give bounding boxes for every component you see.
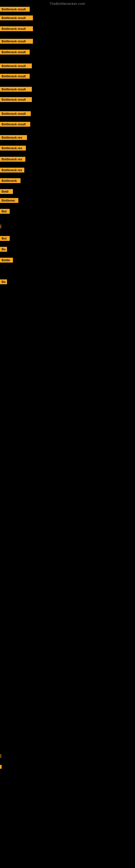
bottleneck-badge-13[interactable]: Bottleneck res: [0, 146, 26, 151]
bottleneck-badge-6[interactable]: Bottleneck result: [0, 63, 32, 68]
bottleneck-badge-5[interactable]: Bottleneck result: [0, 50, 30, 55]
bottleneck-badge-21[interactable]: Bo: [0, 247, 7, 252]
site-title: TheBottlenecker.com: [0, 0, 135, 7]
bottleneck-badge-22[interactable]: Bottle: [0, 258, 13, 262]
bottleneck-badge-20[interactable]: Bot: [0, 236, 10, 241]
vertical-line-1: [1, 225, 1, 228]
vertical-line-3: [0, 765, 2, 769]
bottleneck-badge-16[interactable]: Bottleneck: [0, 178, 20, 183]
bottleneck-badge-17[interactable]: Bottl: [0, 189, 13, 194]
bottleneck-badge-15[interactable]: Bottleneck res: [0, 167, 24, 173]
bottleneck-badge-2[interactable]: Bottleneck result: [0, 16, 33, 20]
vertical-line-2: [1, 754, 1, 758]
bottleneck-badge-9[interactable]: Bottleneck result: [0, 97, 32, 102]
bottleneck-badge-11[interactable]: Bottleneck result: [0, 122, 30, 127]
bottleneck-badge-1[interactable]: Bottleneck result: [0, 7, 30, 12]
bottleneck-badge-3[interactable]: Bottleneck result: [0, 26, 33, 31]
bottleneck-badge-18[interactable]: Bottlenec: [0, 198, 18, 203]
bottleneck-badge-19[interactable]: Bot: [0, 209, 10, 214]
page-wrapper: TheBottlenecker.com Bottleneck result Bo…: [0, 0, 135, 868]
bottleneck-badge-8[interactable]: Bottleneck result: [0, 87, 32, 92]
bottleneck-badge-10[interactable]: Bottleneck result: [0, 111, 31, 116]
bottleneck-badge-12[interactable]: Bottleneck res: [0, 135, 27, 140]
bottleneck-badge-7[interactable]: Bottleneck result: [0, 74, 30, 79]
bottleneck-badge-4[interactable]: Bottleneck result: [0, 39, 33, 44]
bottleneck-badge-14[interactable]: Bottleneck res: [0, 157, 26, 162]
bottleneck-badge-23[interactable]: Bo: [0, 279, 7, 284]
